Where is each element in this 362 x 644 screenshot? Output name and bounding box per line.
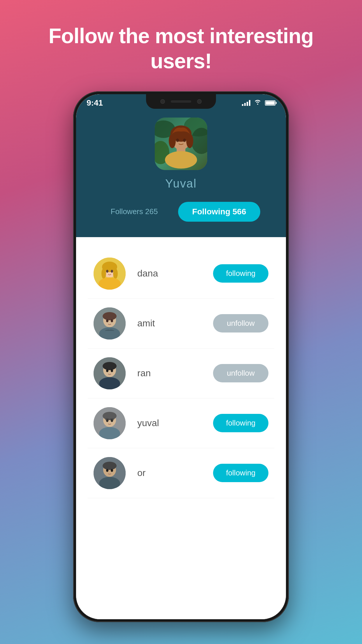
content-area: dana following <box>76 237 286 619</box>
profile-header: Yuval Followers 265 Following 566 <box>76 94 286 249</box>
svg-point-12 <box>183 139 186 142</box>
follow-btn-dana[interactable]: following <box>213 264 268 283</box>
avatar-image <box>155 118 207 170</box>
notch-camera-left <box>160 99 165 104</box>
svg-point-44 <box>99 477 120 489</box>
svg-point-40 <box>110 418 114 421</box>
following-stat-button[interactable]: Following 566 <box>178 202 260 222</box>
svg-point-20 <box>111 270 113 273</box>
svg-point-43 <box>103 462 117 470</box>
svg-point-23 <box>103 312 117 320</box>
user-item-ran: ran unfollow <box>88 349 274 398</box>
follow-btn-ran[interactable]: unfollow <box>213 364 268 382</box>
user-avatar-amit <box>94 307 126 340</box>
user-item-amit: amit unfollow <box>88 299 274 349</box>
stats-row: Followers 265 Following 566 <box>76 202 286 222</box>
page-title: Follow the most interestingusers! <box>31 23 331 74</box>
user-item-or: or following <box>88 448 274 498</box>
user-name-amit: amit <box>137 318 213 329</box>
user-avatar-dana <box>94 258 126 290</box>
follow-btn-amit[interactable]: unfollow <box>213 314 268 332</box>
notch-speaker <box>171 100 191 103</box>
battery-icon <box>265 100 275 106</box>
svg-point-16 <box>101 268 106 279</box>
user-item-yuval: yuval following <box>88 398 274 448</box>
user-name-dana: dana <box>137 268 213 279</box>
svg-point-24 <box>99 327 120 340</box>
user-avatar-or <box>94 457 126 489</box>
wifi-icon <box>254 99 261 106</box>
profile-name: Yuval <box>165 177 197 190</box>
svg-point-18 <box>99 277 121 290</box>
user-item-dana: dana following <box>88 249 274 299</box>
user-name-or: or <box>137 468 213 478</box>
status-time: 9:41 <box>87 98 103 108</box>
signal-icon <box>242 100 250 106</box>
status-icons <box>242 99 275 106</box>
user-name-ran: ran <box>137 368 213 379</box>
svg-point-7 <box>169 134 176 148</box>
svg-point-8 <box>186 134 193 148</box>
svg-point-45 <box>106 469 108 472</box>
follow-btn-yuval[interactable]: following <box>213 414 268 432</box>
phone-frame: 9:41 <box>73 91 289 622</box>
svg-point-30 <box>99 377 120 389</box>
user-avatar-ran <box>94 357 126 389</box>
user-name-yuval: yuval <box>137 418 213 428</box>
phone-screen: 9:41 <box>76 94 286 619</box>
notch <box>146 94 216 109</box>
svg-point-31 <box>106 369 108 372</box>
profile-avatar <box>155 118 207 170</box>
svg-point-29 <box>103 362 117 370</box>
svg-point-10 <box>165 151 197 169</box>
svg-point-35 <box>103 412 117 420</box>
svg-point-36 <box>99 427 120 439</box>
svg-point-46 <box>111 469 113 472</box>
user-avatar-yuval <box>94 407 126 439</box>
svg-point-11 <box>176 139 179 142</box>
svg-point-25 <box>106 319 108 322</box>
user-list: dana following <box>76 249 286 498</box>
notch-camera-right <box>197 99 202 104</box>
svg-point-39 <box>105 418 110 421</box>
follow-btn-or[interactable]: following <box>213 464 268 482</box>
svg-point-32 <box>111 369 113 372</box>
svg-point-19 <box>106 270 108 273</box>
svg-point-17 <box>113 268 118 279</box>
svg-point-26 <box>111 319 113 322</box>
followers-stat[interactable]: Followers 265 <box>102 202 167 221</box>
